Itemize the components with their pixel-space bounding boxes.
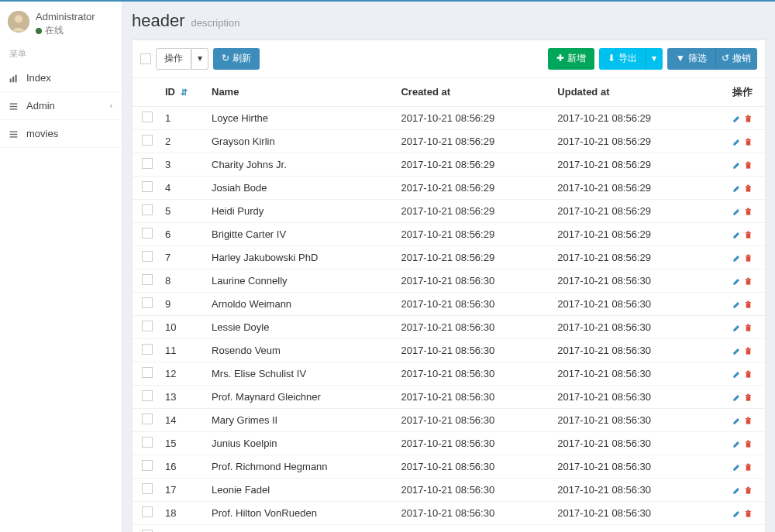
action-dropdown[interactable]: 操作 ▾: [156, 48, 208, 70]
new-button[interactable]: ✚ 新增: [548, 48, 594, 70]
svg-rect-43: [747, 347, 749, 348]
row-checkbox[interactable]: [142, 135, 153, 146]
trash-icon[interactable]: [744, 298, 753, 310]
edit-icon[interactable]: [732, 112, 741, 124]
svg-rect-9: [10, 134, 18, 135]
col-updated[interactable]: Updated at: [551, 77, 708, 106]
row-checkbox[interactable]: [142, 483, 153, 494]
row-checkbox[interactable]: [142, 367, 153, 378]
svg-rect-60: [746, 488, 751, 489]
svg-rect-61: [747, 486, 749, 487]
edit-icon[interactable]: [732, 368, 741, 379]
row-checkbox[interactable]: [142, 297, 153, 308]
trash-icon[interactable]: [744, 438, 753, 449]
sidebar-item-admin[interactable]: Admin‹: [0, 92, 122, 120]
row-checkbox[interactable]: [142, 112, 153, 122]
row-checkbox[interactable]: [142, 228, 153, 239]
edit-icon[interactable]: [732, 484, 741, 496]
row-checkbox[interactable]: [142, 506, 153, 517]
edit-icon[interactable]: [732, 438, 741, 449]
sidebar-item-index[interactable]: Index: [0, 64, 122, 92]
undo-button[interactable]: ↺ 撤销: [715, 48, 757, 70]
svg-rect-10: [10, 136, 18, 137]
row-checkbox[interactable]: [142, 344, 153, 355]
cell-updated: 2017-10-21 08:56:30: [551, 362, 708, 385]
trash-icon[interactable]: [744, 182, 753, 194]
svg-rect-31: [747, 254, 749, 255]
edit-icon[interactable]: [732, 345, 741, 356]
trash-icon[interactable]: [744, 345, 753, 356]
svg-rect-57: [746, 465, 751, 465]
col-id[interactable]: ID ⇵: [159, 77, 205, 106]
edit-icon[interactable]: [732, 298, 741, 310]
row-checkbox[interactable]: [142, 158, 153, 169]
row-checkbox[interactable]: [142, 414, 153, 424]
svg-rect-48: [746, 395, 751, 396]
row-checkbox[interactable]: [142, 437, 153, 448]
row-checkbox[interactable]: [142, 251, 153, 262]
action-button[interactable]: 操作: [156, 48, 191, 70]
trash-icon[interactable]: [744, 414, 753, 426]
save-icon: ✚: [556, 53, 564, 65]
action-caret[interactable]: ▾: [191, 48, 208, 70]
trash-icon[interactable]: [744, 507, 753, 519]
cell-name: Rosendo Veum: [205, 338, 394, 362]
table-row: 10Lessie Doyle2017-10-21 08:56:302017-10…: [133, 315, 765, 338]
svg-rect-36: [746, 302, 751, 303]
edit-icon[interactable]: [732, 136, 741, 147]
trash-icon[interactable]: [744, 484, 753, 496]
user-status-text: 在线: [45, 24, 64, 37]
col-id-label: ID: [165, 86, 175, 98]
cell-id: 14: [159, 408, 205, 431]
edit-icon[interactable]: [732, 391, 741, 403]
refresh-button[interactable]: ↻ 刷新: [213, 48, 260, 70]
row-checkbox[interactable]: [142, 204, 153, 215]
trash-icon[interactable]: [744, 205, 753, 217]
export-button[interactable]: ⬇ 导出: [599, 48, 646, 70]
row-checkbox[interactable]: [142, 274, 153, 285]
svg-rect-63: [746, 511, 751, 512]
export-caret[interactable]: ▾: [646, 48, 663, 70]
trash-icon[interactable]: [744, 321, 753, 333]
trash-icon[interactable]: [744, 159, 753, 170]
svg-rect-11: [746, 117, 751, 122]
export-group[interactable]: ⬇ 导出 ▾: [599, 48, 663, 70]
row-checkbox[interactable]: [142, 460, 153, 471]
trash-icon[interactable]: [744, 391, 753, 403]
edit-icon[interactable]: [732, 507, 741, 519]
sidebar-item-movies[interactable]: movies: [0, 120, 122, 148]
edit-icon[interactable]: [732, 159, 741, 170]
trash-icon[interactable]: [744, 112, 753, 124]
svg-rect-8: [10, 131, 18, 132]
edit-icon[interactable]: [732, 205, 741, 217]
trash-icon[interactable]: [744, 136, 753, 147]
col-name[interactable]: Name: [205, 77, 394, 106]
edit-icon[interactable]: [732, 252, 741, 263]
row-checkbox[interactable]: [142, 321, 153, 331]
trash-icon[interactable]: [744, 461, 753, 472]
trash-icon[interactable]: [744, 368, 753, 379]
col-created[interactable]: Created at: [394, 77, 551, 106]
row-checkbox[interactable]: [142, 390, 153, 401]
download-icon: ⬇: [608, 53, 615, 65]
cell-id: 19: [159, 524, 205, 532]
svg-rect-15: [746, 139, 751, 140]
cell-name: Lessie Doyle: [205, 315, 394, 338]
filter-button[interactable]: ▼ 筛选: [667, 48, 715, 70]
trash-icon[interactable]: [744, 275, 753, 287]
edit-icon[interactable]: [732, 461, 741, 472]
trash-icon[interactable]: [744, 228, 753, 240]
trash-icon[interactable]: [744, 252, 753, 263]
edit-icon[interactable]: [732, 182, 741, 194]
svg-rect-49: [747, 393, 749, 394]
svg-rect-24: [746, 209, 751, 210]
row-checkbox[interactable]: [142, 530, 153, 532]
edit-icon[interactable]: [732, 321, 741, 333]
svg-rect-21: [746, 186, 751, 187]
select-all-checkbox[interactable]: [140, 53, 151, 64]
row-checkbox[interactable]: [142, 181, 153, 192]
edit-icon[interactable]: [732, 414, 741, 426]
edit-icon[interactable]: [732, 228, 741, 240]
cell-id: 15: [159, 431, 205, 455]
edit-icon[interactable]: [732, 275, 741, 287]
